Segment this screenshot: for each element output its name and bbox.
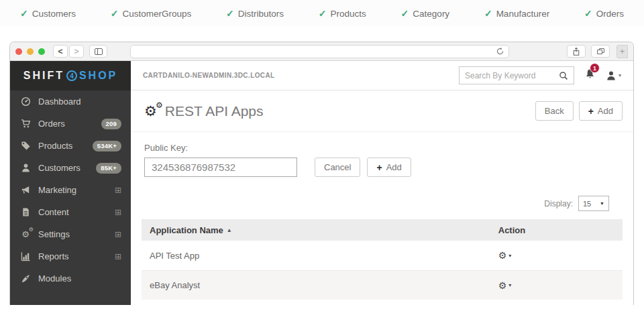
- display-label: Display:: [544, 199, 573, 208]
- keyword-search-box[interactable]: [459, 66, 574, 84]
- public-key-input[interactable]: [144, 158, 297, 177]
- sidebar-item-label: Content: [38, 207, 69, 217]
- strip-item-manufacturer: ✓Manufacturer: [484, 8, 549, 19]
- chevron-down-icon: ▾: [508, 282, 511, 288]
- sidebar-item-marketing[interactable]: Marketing ⊞: [10, 179, 131, 201]
- sidebar-item-label: Marketing: [38, 185, 76, 195]
- column-header-action: Action: [498, 225, 614, 235]
- file-icon: [19, 207, 32, 217]
- apps-table: Application Name ▲ Action API Test App ⚙…: [142, 219, 623, 300]
- strip-item-label: Distributors: [238, 9, 284, 19]
- strip-item-label: Products: [331, 9, 366, 19]
- add-app-button[interactable]: +Add: [579, 101, 623, 121]
- sidebar-item-customers[interactable]: Customers 85K+: [10, 157, 131, 179]
- share-button[interactable]: [567, 45, 586, 58]
- row-actions-button[interactable]: ⚙ ▾: [498, 281, 614, 290]
- sidebar-item-dashboard[interactable]: Dashboard: [10, 90, 131, 113]
- confirm-add-button[interactable]: +Add: [367, 158, 411, 177]
- sidebar-item-reports[interactable]: Reports ⊞: [10, 245, 131, 267]
- check-icon: ✓: [584, 8, 592, 19]
- strip-item-orders: ✓Orders: [584, 8, 624, 19]
- table-row: API Test App ⚙ ▾: [142, 241, 623, 270]
- forward-chevron-icon: >: [74, 47, 78, 56]
- sidebar-item-label: Orders: [38, 119, 65, 129]
- orders-count-badge: 209: [101, 119, 121, 129]
- bar-chart-icon: [19, 251, 32, 261]
- public-key-form: Public Key: Cancel +Add: [131, 132, 633, 177]
- account-menu-button[interactable]: ▾: [606, 70, 621, 81]
- table-row: eBay Analyst ⚙ ▾: [142, 270, 623, 300]
- strip-item-customergroups: ✓CustomerGroups: [111, 8, 192, 19]
- sidebar-item-label: Settings: [38, 229, 70, 239]
- sidebar-toggle-button[interactable]: [89, 45, 107, 58]
- sort-asc-icon: ▲: [227, 227, 232, 233]
- search-icon[interactable]: [559, 71, 568, 80]
- dashboard-icon: [19, 97, 32, 107]
- app-name: API Test App: [150, 251, 199, 261]
- sidebar-item-label: Modules: [38, 273, 71, 284]
- sidebar-item-label: Products: [38, 141, 72, 151]
- row-actions-button[interactable]: ⚙ ▾: [498, 251, 614, 260]
- back-chevron-icon: <: [58, 47, 62, 56]
- search-input[interactable]: [465, 71, 559, 80]
- sidebar-item-products[interactable]: Products 534K+: [10, 135, 131, 157]
- tags-icon: [19, 141, 32, 151]
- logo-part-shift: SHIFT: [23, 70, 64, 82]
- sidebar-item-label: Reports: [38, 251, 69, 261]
- sidebar-item-settings[interactable]: ⚙⚙ Settings ⊞: [10, 223, 131, 245]
- page-size-select[interactable]: 15 ▼: [578, 196, 609, 211]
- sidebar-item-content[interactable]: Content ⊞: [10, 201, 131, 223]
- address-bar[interactable]: [130, 45, 509, 58]
- tab-overview-button[interactable]: [591, 45, 610, 58]
- table-header-row: Application Name ▲ Action: [142, 219, 623, 241]
- close-window-button[interactable]: [15, 48, 22, 55]
- admin-header: CARTDANILO-NEWADMIN.3DC.LOCAL: [131, 61, 633, 90]
- strip-item-customers: ✓Customers: [20, 8, 76, 19]
- products-count-badge: 534K+: [93, 141, 121, 151]
- public-key-label: Public Key:: [144, 143, 620, 153]
- gear-icon: ⚙: [498, 251, 507, 260]
- reload-icon[interactable]: [496, 47, 504, 56]
- check-icon: ✓: [401, 8, 409, 19]
- check-icon: ✓: [484, 8, 492, 19]
- zoom-window-button[interactable]: [38, 48, 45, 55]
- new-tab-button[interactable]: +: [616, 45, 628, 58]
- sidebar-item-modules[interactable]: Modules: [10, 267, 131, 290]
- browser-window: < > + SHIFT4SHOP: [9, 42, 634, 305]
- forward-nav-button[interactable]: >: [69, 45, 84, 58]
- strip-item-label: Manufacturer: [496, 9, 550, 19]
- minimize-window-button[interactable]: [27, 48, 34, 55]
- expand-icon[interactable]: ⊞: [115, 253, 121, 261]
- cart-icon: [19, 119, 32, 129]
- store-domain-label: CARTDANILO-NEWADMIN.3DC.LOCAL: [143, 72, 275, 79]
- traffic-lights: [15, 48, 45, 55]
- expand-icon[interactable]: ⊞: [115, 186, 121, 194]
- sidebar-item-orders[interactable]: Orders 209: [10, 113, 131, 135]
- user-icon: [19, 163, 32, 173]
- customers-count-badge: 85K+: [96, 163, 121, 174]
- notifications-button[interactable]: 1: [584, 68, 596, 82]
- sidebar-item-label: Customers: [38, 163, 80, 173]
- expand-icon[interactable]: ⊞: [115, 231, 121, 239]
- page-size-value: 15: [583, 200, 591, 208]
- chevron-down-icon: ▾: [508, 253, 511, 259]
- sidebar-toggle-icon: [95, 48, 103, 55]
- back-nav-button[interactable]: <: [53, 45, 68, 58]
- gear-icon: ⚙: [498, 281, 507, 290]
- column-header-application-name[interactable]: Application Name ▲: [150, 225, 498, 235]
- app-name: eBay Analyst: [150, 280, 200, 290]
- plus-icon: +: [588, 106, 594, 117]
- expand-icon[interactable]: ⊞: [115, 208, 121, 216]
- check-icon: ✓: [226, 8, 234, 19]
- display-control: Display: 15 ▼: [131, 196, 633, 211]
- shift4shop-logo[interactable]: SHIFT4SHOP: [10, 61, 131, 90]
- back-button[interactable]: Back: [535, 101, 574, 121]
- rest-api-gears-icon: ⚙⚙: [144, 104, 157, 118]
- cancel-button[interactable]: Cancel: [315, 158, 360, 177]
- gears-icon: ⚙⚙: [19, 230, 32, 239]
- admin-sidebar: SHIFT4SHOP Dashboard Orders 209 Prod: [10, 61, 131, 305]
- strip-item-products: ✓Products: [319, 8, 366, 19]
- strip-item-label: Customers: [32, 9, 76, 19]
- user-avatar-icon: [606, 70, 616, 81]
- check-icon: ✓: [20, 8, 28, 19]
